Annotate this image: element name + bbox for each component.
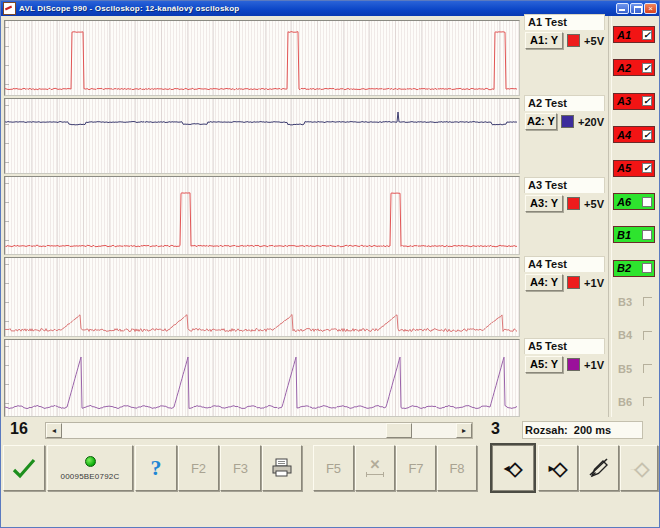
prev-marker-button[interactable]: ◀◇ (492, 445, 534, 491)
pages-left-value: 16 (10, 420, 28, 438)
window-title: AVL DiScope 990 - Osciloskop: 12-kanálov… (19, 4, 239, 13)
channel-checkbox-B4 (643, 331, 652, 340)
waveform-A5 (5, 340, 517, 414)
channel-checkbox-A6[interactable] (642, 197, 652, 207)
delete-measure-icon: ✕ (366, 460, 384, 477)
prev-marker-icon: ◀◇ (504, 459, 523, 478)
goto-marker-button[interactable]: →◇ (620, 445, 658, 491)
channel-button-A6[interactable]: A6 (613, 193, 655, 210)
color-swatch-A3[interactable] (567, 197, 580, 210)
restore-button[interactable] (630, 3, 643, 14)
channel-label-B1: B1 (617, 229, 631, 241)
channel-button-A5[interactable]: A5✓ (613, 160, 655, 177)
color-swatch-A2[interactable] (561, 115, 574, 128)
color-swatch-A1[interactable] (567, 34, 580, 47)
edit-marker-button[interactable] (579, 445, 619, 491)
scale-value-A2: +20V (578, 116, 604, 128)
channel-button-B6: B6 (613, 393, 655, 410)
channel-button-A4[interactable]: A4✓ (613, 126, 655, 143)
scroll-right-icon: ▸ (462, 426, 466, 435)
channel-button-B3: B3 (613, 293, 655, 310)
test-group-A2: A2 TestA2: Y+20V (524, 95, 605, 132)
scale-value-A4: +1V (584, 277, 604, 289)
minimize-icon (619, 9, 625, 11)
color-swatch-A5[interactable] (567, 358, 580, 371)
panel-divider (608, 16, 612, 417)
f7-button[interactable]: F7 (396, 445, 436, 491)
scope-panel-A4 (4, 257, 520, 337)
test-group-A4: A4 TestA4: Y+1V (524, 256, 605, 293)
print-button[interactable] (262, 445, 302, 491)
axis-button-A4[interactable]: A4: Y (525, 274, 563, 291)
device-led-icon (85, 456, 96, 467)
f5-button[interactable]: F5 (313, 445, 354, 491)
channel-button-A2[interactable]: A2✓ (613, 59, 655, 76)
help-button[interactable]: ? (135, 445, 177, 491)
channel-checkbox-A5[interactable]: ✓ (642, 163, 652, 173)
channel-label-A5: A5 (617, 162, 631, 174)
channel-checkbox-A3[interactable]: ✓ (642, 96, 652, 106)
f8-label: F8 (449, 461, 464, 476)
f8-button[interactable]: F8 (437, 445, 477, 491)
test-label-A3: A3 Test (524, 177, 605, 193)
goto-marker-icon: →◇ (629, 459, 650, 478)
test-label-A5: A5 Test (524, 338, 605, 354)
f3-label: F3 (233, 461, 248, 476)
channel-button-B2[interactable]: B2 (613, 260, 655, 277)
device-status-button[interactable]: 00095BE0792C (47, 445, 133, 491)
channel-checkbox-A4[interactable]: ✓ (642, 130, 652, 140)
next-marker-button[interactable]: ▶◇ (538, 445, 578, 491)
channel-checkbox-B6 (643, 397, 652, 406)
f5-label: F5 (326, 461, 341, 476)
app-icon (3, 2, 16, 15)
channel-button-B5: B5 (613, 360, 655, 377)
pen-slash-icon (588, 457, 610, 479)
next-marker-icon: ▶◇ (549, 459, 568, 478)
close-icon: × (648, 4, 653, 13)
device-id: 00095BE0792C (61, 472, 120, 481)
minimize-button[interactable] (616, 3, 629, 14)
axis-button-A3[interactable]: A3: Y (525, 195, 563, 212)
pages-right-value: 3 (491, 420, 500, 438)
help-icon: ? (151, 455, 162, 481)
channel-checkbox-A1[interactable]: ✓ (642, 30, 652, 40)
channel-label-A6: A6 (617, 196, 631, 208)
axis-button-A5[interactable]: A5: Y (525, 356, 563, 373)
channel-checkbox-A2[interactable]: ✓ (642, 63, 652, 73)
channel-button-A1[interactable]: A1✓ (613, 26, 655, 43)
channel-label-A2: A2 (617, 62, 631, 74)
color-swatch-A4[interactable] (567, 276, 580, 289)
time-scrollbar-track[interactable]: ◂ ▸ (45, 422, 473, 439)
time-range-display: Rozsah:200 ms (522, 421, 643, 439)
waveform-A4 (5, 258, 517, 334)
channel-button-A3[interactable]: A3✓ (613, 93, 655, 110)
confirm-button[interactable] (3, 445, 45, 491)
scroll-right-button[interactable]: ▸ (456, 423, 472, 438)
channel-checkbox-B2[interactable] (642, 263, 652, 273)
channel-button-B4: B4 (613, 327, 655, 344)
checkmark-icon (11, 456, 37, 480)
range-value: 200 ms (574, 424, 611, 436)
range-label: Rozsah: (525, 424, 568, 436)
axis-button-A1[interactable]: A1: Y (525, 32, 563, 49)
scope-panel-A1 (4, 20, 520, 96)
channel-label-A3: A3 (617, 95, 631, 107)
waveform-A1 (5, 21, 517, 93)
scrollbar-thumb[interactable] (386, 423, 412, 438)
channel-button-B1[interactable]: B1 (613, 226, 655, 243)
f7-label: F7 (408, 461, 423, 476)
axis-button-A2[interactable]: A2: Y (525, 113, 557, 130)
scroll-left-button[interactable]: ◂ (46, 423, 62, 438)
channel-checkbox-B3 (643, 297, 652, 306)
f2-button[interactable]: F2 (178, 445, 219, 491)
channel-label-B5: B5 (618, 363, 632, 375)
close-button[interactable]: × (644, 3, 657, 14)
channel-checkbox-B5 (643, 364, 652, 373)
test-label-A1: A1 Test (524, 14, 605, 30)
delete-measure-button[interactable]: ✕ (355, 445, 395, 491)
channel-label-B2: B2 (617, 262, 631, 274)
f3-button[interactable]: F3 (220, 445, 261, 491)
scroll-left-icon: ◂ (52, 426, 56, 435)
scope-panel-A2 (4, 98, 520, 174)
channel-checkbox-B1[interactable] (642, 230, 652, 240)
